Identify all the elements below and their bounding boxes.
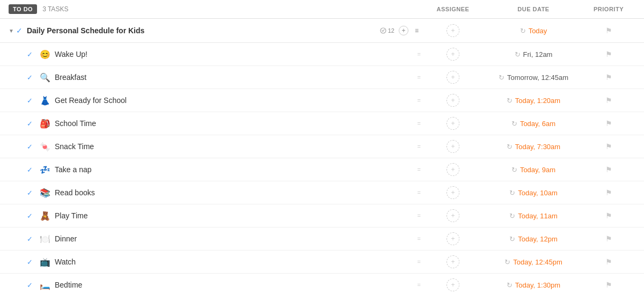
task-priority-9: ⚑ — [582, 258, 635, 266]
group-assignee-avatar[interactable]: + — [447, 24, 459, 37]
task-check-4[interactable]: ✓ — [27, 143, 34, 151]
group-meta: 12 + ≡ — [380, 26, 421, 35]
task-check-7[interactable]: ✓ — [27, 212, 34, 220]
task-flag-6[interactable]: ⚑ — [605, 188, 612, 197]
task-check-0[interactable]: ✓ — [27, 50, 34, 58]
task-flag-1[interactable]: ⚑ — [605, 73, 612, 82]
task-assignee-2: + — [421, 94, 485, 107]
task-clock-icon-8: ↻ — [509, 235, 515, 243]
subtask-count: 12 — [388, 27, 394, 34]
group-check-icon[interactable]: ✓ — [16, 26, 23, 35]
task-avatar-3[interactable]: + — [447, 117, 459, 130]
task-emoji-0: 😊 — [40, 49, 50, 60]
task-flag-10[interactable]: ⚑ — [605, 281, 612, 289]
group-collapse-icon[interactable]: ▼ — [9, 28, 14, 34]
task-assignee-7: + — [421, 209, 485, 222]
col-priority-header: PRIORITY — [582, 6, 635, 12]
task-priority-10: ⚑ — [582, 281, 635, 289]
todo-badge: TO DO — [9, 4, 37, 14]
task-avatar-10[interactable]: + — [447, 278, 459, 291]
task-clock-icon-9: ↻ — [504, 258, 510, 266]
task-due-text-2: Today, 1:20am — [515, 97, 560, 105]
task-priority-2: ⚑ — [582, 96, 635, 105]
task-avatar-2[interactable]: + — [447, 94, 459, 107]
group-menu-icon[interactable]: ≡ — [413, 26, 421, 35]
task-emoji-7: 🧸 — [40, 211, 50, 221]
task-emoji-9: 📺 — [40, 257, 50, 267]
task-flag-7[interactable]: ⚑ — [605, 211, 612, 220]
task-name-10: Bedtime — [55, 281, 414, 289]
task-row: ✓ 🍬 Snack Time = + ↻ Today, 7:30am ⚑ — [0, 135, 644, 158]
task-name-6: Read books — [55, 188, 414, 197]
task-duedate-6: ↻ Today, 10am — [485, 189, 582, 197]
group-due-text: Today — [529, 27, 547, 35]
task-duedate-2: ↻ Today, 1:20am — [485, 97, 582, 105]
task-duedate-3: ↻ Today, 6am — [485, 120, 582, 128]
task-emoji-6: 📚 — [40, 188, 50, 198]
task-list: ✓ 😊 Wake Up! = + ↻ Fri, 12am ⚑ ✓ 🔍 Break… — [0, 43, 644, 294]
task-flag-9[interactable]: ⚑ — [605, 258, 612, 266]
task-flag-3[interactable]: ⚑ — [605, 119, 612, 128]
task-check-9[interactable]: ✓ — [27, 258, 34, 266]
task-flag-8[interactable]: ⚑ — [605, 234, 612, 243]
task-clock-icon-2: ↻ — [507, 97, 513, 105]
task-due-text-7: Today, 11am — [518, 212, 557, 220]
task-emoji-1: 🔍 — [40, 72, 50, 83]
task-row: ✓ 👗 Get Ready for School = + ↻ Today, 1:… — [0, 89, 644, 112]
task-flag-0[interactable]: ⚑ — [605, 50, 612, 58]
task-emoji-10: 🛏️ — [40, 280, 50, 290]
task-due-text-0: Fri, 12am — [523, 50, 553, 58]
task-row: ✓ 🔍 Breakfast = + ↻ Tomorrow, 12:45am ⚑ — [0, 66, 644, 89]
task-name-7: Play Time — [55, 211, 414, 220]
task-row: ✓ 🎒 School Time = + ↻ Today, 6am ⚑ — [0, 112, 644, 135]
task-priority-8: ⚑ — [582, 234, 635, 243]
task-check-10[interactable]: ✓ — [27, 281, 34, 289]
task-duedate-4: ↻ Today, 7:30am — [485, 143, 582, 151]
task-check-1[interactable]: ✓ — [27, 74, 34, 82]
task-flag-4[interactable]: ⚑ — [605, 142, 612, 151]
task-assignee-3: + — [421, 117, 485, 130]
task-duedate-1: ↻ Tomorrow, 12:45am — [485, 74, 582, 82]
app-container: TO DO 3 TASKS ASSIGNEE DUE DATE PRIORITY… — [0, 0, 644, 294]
task-flag-5[interactable]: ⚑ — [605, 165, 612, 174]
task-name-0: Wake Up! — [55, 50, 414, 58]
task-check-2[interactable]: ✓ — [27, 97, 34, 105]
group-flag-icon[interactable]: ⚑ — [605, 26, 612, 35]
group-assignee-cell: + — [421, 24, 485, 37]
tasks-count: 3 TASKS — [42, 5, 421, 13]
task-avatar-8[interactable]: + — [447, 232, 459, 245]
task-check-5[interactable]: ✓ — [27, 166, 34, 174]
task-due-text-10: Today, 1:30pm — [515, 281, 560, 289]
task-due-text-8: Today, 12pm — [518, 235, 557, 243]
task-duedate-8: ↻ Today, 12pm — [485, 235, 582, 243]
task-row: ✓ 💤 Take a nap = + ↻ Today, 9am ⚑ — [0, 158, 644, 181]
group-clock-icon: ↻ — [520, 27, 526, 35]
add-subtask-button[interactable]: + — [399, 26, 408, 35]
task-avatar-6[interactable]: + — [447, 186, 459, 199]
task-name-1: Breakfast — [55, 73, 414, 82]
task-priority-1: ⚑ — [582, 73, 635, 82]
task-avatar-1[interactable]: + — [447, 71, 459, 84]
task-check-6[interactable]: ✓ — [27, 189, 34, 197]
task-name-2: Get Ready for School — [55, 96, 414, 105]
col-duedate-header: DUE DATE — [485, 6, 582, 12]
task-avatar-7[interactable]: + — [447, 209, 459, 222]
task-avatar-0[interactable]: + — [447, 48, 459, 61]
task-flag-2[interactable]: ⚑ — [605, 96, 612, 105]
task-row: ✓ 🧸 Play Time = + ↻ Today, 11am ⚑ — [0, 204, 644, 227]
task-clock-icon-5: ↻ — [511, 166, 517, 174]
task-avatar-5[interactable]: + — [447, 163, 459, 176]
task-duedate-10: ↻ Today, 1:30pm — [485, 281, 582, 289]
task-check-3[interactable]: ✓ — [27, 120, 34, 128]
task-avatar-4[interactable]: + — [447, 140, 459, 153]
task-assignee-6: + — [421, 186, 485, 199]
group-title: Daily Personal Schedule for Kids — [27, 26, 376, 35]
task-due-text-6: Today, 10am — [518, 189, 557, 197]
task-priority-6: ⚑ — [582, 188, 635, 197]
task-assignee-1: + — [421, 71, 485, 84]
task-check-8[interactable]: ✓ — [27, 235, 34, 243]
task-emoji-5: 💤 — [40, 165, 50, 175]
task-name-8: Dinner — [55, 234, 414, 243]
task-avatar-9[interactable]: + — [447, 255, 459, 268]
task-row: ✓ 🍽️ Dinner = + ↻ Today, 12pm ⚑ — [0, 227, 644, 251]
